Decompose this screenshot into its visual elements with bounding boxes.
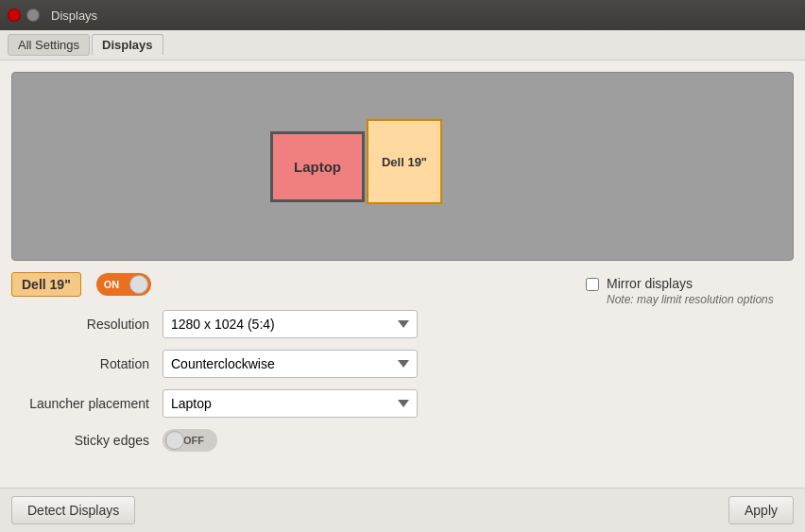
power-toggle[interactable]: ON bbox=[96, 273, 151, 296]
all-settings-button[interactable]: All Settings bbox=[8, 34, 90, 56]
rotation-select-wrapper: None Clockwise Counterclockwise 180 degr… bbox=[163, 350, 418, 378]
detect-displays-button[interactable]: Detect Displays bbox=[11, 496, 135, 524]
rotation-row: Rotation None Clockwise Counterclockwise… bbox=[11, 350, 567, 378]
laptop-monitor-label: Laptop bbox=[294, 159, 341, 175]
sticky-edges-label: Sticky edges bbox=[11, 433, 163, 448]
mirror-displays-row: Mirror displays Note: may limit resoluti… bbox=[586, 276, 794, 306]
resolution-select-wrapper: 1280 x 1024 (5:4) 1920 x 1080 1024 x 768… bbox=[163, 310, 418, 338]
launcher-select-wrapper: Laptop Dell 19" bbox=[163, 389, 418, 418]
laptop-monitor[interactable]: Laptop bbox=[270, 131, 365, 202]
settings-area: Dell 19" ON Resolution 1280 x 1024 (5:4)… bbox=[11, 272, 794, 476]
resolution-select[interactable]: 1280 x 1024 (5:4) 1920 x 1080 1024 x 768… bbox=[163, 310, 418, 338]
close-button[interactable] bbox=[8, 9, 21, 22]
resolution-label: Resolution bbox=[11, 317, 163, 332]
window-title: Displays bbox=[51, 9, 97, 23]
settings-left: Dell 19" ON Resolution 1280 x 1024 (5:4)… bbox=[11, 272, 567, 476]
mirror-displays-note: Note: may limit resolution options bbox=[607, 293, 774, 306]
toolbar: All Settings Displays bbox=[0, 30, 805, 60]
launcher-label: Launcher placement bbox=[11, 396, 163, 411]
mirror-displays-checkbox[interactable] bbox=[586, 278, 599, 291]
toggle-knob bbox=[129, 275, 148, 294]
titlebar: Displays bbox=[0, 0, 805, 30]
display-header: Dell 19" ON bbox=[11, 272, 567, 297]
display-preview: Laptop Dell 19" bbox=[11, 72, 794, 261]
settings-right: Mirror displays Note: may limit resoluti… bbox=[586, 272, 794, 476]
sticky-toggle-knob bbox=[165, 431, 184, 450]
dell-monitor[interactable]: Dell 19" bbox=[367, 119, 442, 204]
launcher-row: Launcher placement Laptop Dell 19" bbox=[11, 389, 567, 418]
apply-button[interactable]: Apply bbox=[728, 496, 794, 524]
displays-button[interactable]: Displays bbox=[92, 34, 163, 56]
display-name-badge: Dell 19" bbox=[11, 272, 81, 297]
mirror-displays-info: Mirror displays Note: may limit resoluti… bbox=[607, 276, 774, 306]
mirror-displays-label: Mirror displays bbox=[607, 276, 774, 291]
rotation-select[interactable]: None Clockwise Counterclockwise 180 degr… bbox=[163, 350, 418, 378]
launcher-select[interactable]: Laptop Dell 19" bbox=[163, 389, 418, 418]
dell-monitor-label: Dell 19" bbox=[382, 155, 427, 169]
toggle-on-text: ON bbox=[98, 279, 120, 290]
minimize-button[interactable] bbox=[26, 9, 40, 22]
content-area: Laptop Dell 19" Dell 19" ON Resolut bbox=[0, 60, 805, 488]
sticky-edges-row: Sticky edges OFF bbox=[11, 429, 567, 452]
resolution-row: Resolution 1280 x 1024 (5:4) 1920 x 1080… bbox=[11, 310, 567, 338]
window: Displays All Settings Displays Laptop De… bbox=[0, 0, 805, 532]
rotation-label: Rotation bbox=[11, 356, 163, 371]
footer: Detect Displays Apply bbox=[0, 488, 805, 532]
sticky-edges-toggle[interactable]: OFF bbox=[163, 429, 217, 452]
